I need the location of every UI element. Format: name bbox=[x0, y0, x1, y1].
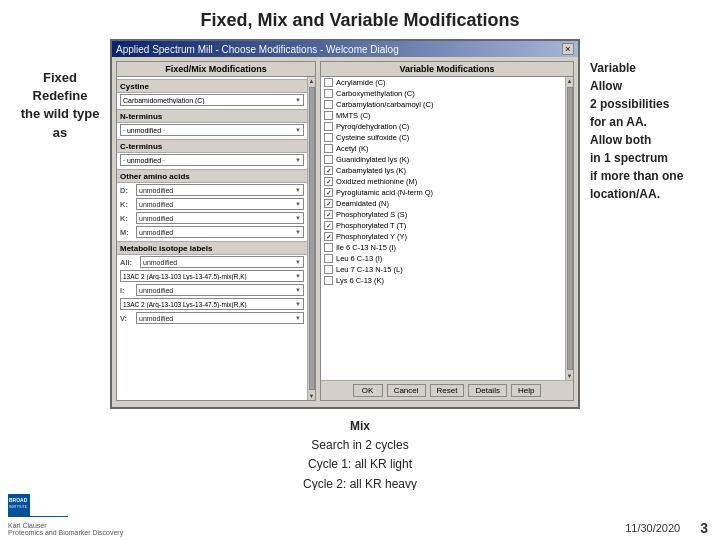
var-checkbox-phos-t[interactable]: ✓ bbox=[324, 221, 333, 230]
var-checkbox-deamid[interactable]: ✓ bbox=[324, 199, 333, 208]
aa-item-k1: K: unmodified ▼ bbox=[117, 197, 307, 211]
fixed-mix-panel: Fixed/Mix Modifications Cystine Carbamid… bbox=[116, 61, 316, 401]
reset-button[interactable]: Reset bbox=[430, 384, 465, 397]
metabolic-mix1-row: 13AC 2 (Arg-13-103 Lys-13-47.5)-mix(R,K)… bbox=[117, 269, 307, 283]
list-item: ✓ Phosphorylated Y (Y) bbox=[321, 231, 565, 242]
details-button[interactable]: Details bbox=[468, 384, 506, 397]
metabolic-v-dropdown[interactable]: unmodified ▼ bbox=[136, 312, 304, 324]
var-checkbox-leu7[interactable] bbox=[324, 265, 333, 274]
var-checkbox-acetyl[interactable] bbox=[324, 144, 333, 153]
var-scroll-up[interactable]: ▲ bbox=[566, 77, 573, 85]
ok-button[interactable]: OK bbox=[353, 384, 383, 397]
svg-text:BROAD: BROAD bbox=[9, 497, 28, 503]
aa-item-m: M: unmodified ▼ bbox=[117, 225, 307, 239]
variable-label: Variable Allow 2 possibilities for an AA… bbox=[580, 39, 710, 409]
dialog-title: Applied Spectrum Mill - Choose Modificat… bbox=[116, 44, 399, 55]
scroll-up-arrow[interactable]: ▲ bbox=[308, 77, 315, 85]
var-checkbox-oxmet[interactable]: ✓ bbox=[324, 177, 333, 186]
metabolic-mix2-row: 13AC 2 (Arg-13-103 Lys-13-47.5)-mix(R,K)… bbox=[117, 297, 307, 311]
section-other-aa: Other amino acids bbox=[117, 169, 307, 183]
nterminus-dropdown-row: · unmodified · ▼ bbox=[117, 123, 307, 137]
var-checkbox-leu-c13[interactable] bbox=[324, 254, 333, 263]
fixed-label: Fixed Redefine the wild type as bbox=[10, 39, 110, 409]
list-item: Acrylamide (C) bbox=[321, 77, 565, 88]
metabolic-all-dropdown[interactable]: unmodified ▼ bbox=[140, 256, 304, 268]
aa-item-d: D: unmodified ▼ bbox=[117, 183, 307, 197]
dialog-close-button[interactable]: × bbox=[562, 43, 574, 55]
aa-item-k2: K: unmodified ▼ bbox=[117, 211, 307, 225]
list-item: Acetyl (K) bbox=[321, 143, 565, 154]
var-checkbox-lys6[interactable] bbox=[324, 276, 333, 285]
aa-k2-dropdown[interactable]: unmodified ▼ bbox=[136, 212, 304, 224]
var-checkbox-phos-s[interactable]: ✓ bbox=[324, 210, 333, 219]
footer-subtitle2: Proteomics and Biomarker Discovery bbox=[8, 529, 123, 536]
var-checkbox-carboxymethyl[interactable] bbox=[324, 89, 333, 98]
var-checkbox-pyroq[interactable] bbox=[324, 122, 333, 131]
nterminus-dropdown-arrow: ▼ bbox=[295, 127, 301, 133]
list-item: Leu 7 C-13 N-15 (L) bbox=[321, 264, 565, 275]
var-scroll-thumb[interactable] bbox=[567, 87, 573, 370]
footer-logo-area: BROAD INSTITUTE Karl Clauser Proteomics … bbox=[8, 494, 123, 536]
fixed-mix-scrollbar[interactable]: ▲ ▼ bbox=[307, 77, 315, 400]
var-checkbox-carbamyl-k[interactable]: ✓ bbox=[324, 166, 333, 175]
var-checkbox-cys-sulfoxide[interactable] bbox=[324, 133, 333, 142]
dialog-titlebar: Applied Spectrum Mill - Choose Modificat… bbox=[112, 41, 578, 57]
metabolic-i: I: unmodified ▼ bbox=[117, 283, 307, 297]
mix-label: Mix bbox=[20, 417, 700, 436]
aa-k1-dropdown[interactable]: unmodified ▼ bbox=[136, 198, 304, 210]
page-container: Fixed, Mix and Variable Modifications Fi… bbox=[0, 0, 720, 517]
cycle1-label: Cycle 1: all KR light bbox=[20, 455, 700, 474]
section-metabolic: Metabolic isotope labels bbox=[117, 241, 307, 255]
nterminus-dropdown[interactable]: · unmodified · ▼ bbox=[120, 124, 304, 136]
variable-items-list: Acrylamide (C) Carboxymethylation (C) Ca… bbox=[321, 77, 565, 380]
cterminus-dropdown[interactable]: · unmodified · ▼ bbox=[120, 154, 304, 166]
metabolic-v: V: unmodified ▼ bbox=[117, 311, 307, 325]
var-checkbox-acrylamide[interactable] bbox=[324, 78, 333, 87]
var-scroll-down[interactable]: ▼ bbox=[566, 372, 573, 380]
var-checkbox-guanidinyl[interactable] bbox=[324, 155, 333, 164]
list-item: ✓ Phosphorylated S (S) bbox=[321, 209, 565, 220]
metabolic-mix2-dropdown[interactable]: 13AC 2 (Arg-13-103 Lys-13-47.5)-mix(R,K)… bbox=[120, 298, 304, 310]
scroll-down-arrow[interactable]: ▼ bbox=[308, 392, 315, 400]
aa-m-dropdown[interactable]: unmodified ▼ bbox=[136, 226, 304, 238]
list-item: ✓ Carbamylated lys (K) bbox=[321, 165, 565, 176]
var-checkbox-carbamyl[interactable] bbox=[324, 100, 333, 109]
fixed-mix-items: Cystine Carbamidomethylation (C) ▼ N-ter… bbox=[117, 77, 307, 400]
metabolic-mix1-dropdown[interactable]: 13AC 2 (Arg-13-103 Lys-13-47.5)-mix(R,K)… bbox=[120, 270, 304, 282]
cancel-button[interactable]: Cancel bbox=[387, 384, 426, 397]
broad-logo-svg: BROAD INSTITUTE bbox=[8, 494, 68, 522]
fixed-mix-header: Fixed/Mix Modifications bbox=[117, 62, 315, 77]
list-item: Carbamylation/carbamoyl (C) bbox=[321, 99, 565, 110]
cterminus-dropdown-arrow: ▼ bbox=[295, 157, 301, 163]
main-content: Fixed Redefine the wild type as Applied … bbox=[0, 39, 720, 409]
cystine-dropdown[interactable]: Carbamidomethylation (C) ▼ bbox=[120, 94, 304, 106]
list-item: ✓ Deamidated (N) bbox=[321, 198, 565, 209]
svg-rect-3 bbox=[8, 516, 68, 517]
var-checkbox-ile-c13[interactable] bbox=[324, 243, 333, 252]
list-item: ✓ Pyroglutamic acid (N-term Q) bbox=[321, 187, 565, 198]
cystine-dropdown-arrow: ▼ bbox=[295, 97, 301, 103]
help-button[interactable]: Help bbox=[511, 384, 541, 397]
footer: BROAD INSTITUTE Karl Clauser Proteomics … bbox=[0, 490, 720, 540]
cystine-dropdown-row: Carbamidomethylation (C) ▼ bbox=[117, 93, 307, 107]
aa-d-dropdown[interactable]: unmodified ▼ bbox=[136, 184, 304, 196]
footer-page-number: 3 bbox=[700, 520, 708, 536]
list-item: Ile 6 C-13 N-15 (I) bbox=[321, 242, 565, 253]
variable-panel: Variable Modifications Acrylamide (C) Ca… bbox=[320, 61, 574, 401]
search-cycles-label: Search in 2 cycles bbox=[20, 436, 700, 455]
var-checkbox-pyroglu[interactable]: ✓ bbox=[324, 188, 333, 197]
list-item: MMTS (C) bbox=[321, 110, 565, 121]
list-item: ✓ Phosphorylated T (T) bbox=[321, 220, 565, 231]
variable-scrollbar[interactable]: ▲ ▼ bbox=[565, 77, 573, 380]
metabolic-i-dropdown[interactable]: unmodified ▼ bbox=[136, 284, 304, 296]
var-checkbox-phos-y[interactable]: ✓ bbox=[324, 232, 333, 241]
list-item: Pyroq/dehydration (C) bbox=[321, 121, 565, 132]
variable-header: Variable Modifications bbox=[321, 62, 573, 77]
scroll-thumb[interactable] bbox=[309, 87, 315, 390]
var-checkbox-mmts[interactable] bbox=[324, 111, 333, 120]
section-nterminus: N-terminus bbox=[117, 109, 307, 123]
list-item: Carboxymethylation (C) bbox=[321, 88, 565, 99]
list-item: Guanidinylated lys (K) bbox=[321, 154, 565, 165]
dialog-inner: Fixed/Mix Modifications Cystine Carbamid… bbox=[112, 57, 578, 405]
variable-scroll-area: Acrylamide (C) Carboxymethylation (C) Ca… bbox=[321, 77, 573, 380]
